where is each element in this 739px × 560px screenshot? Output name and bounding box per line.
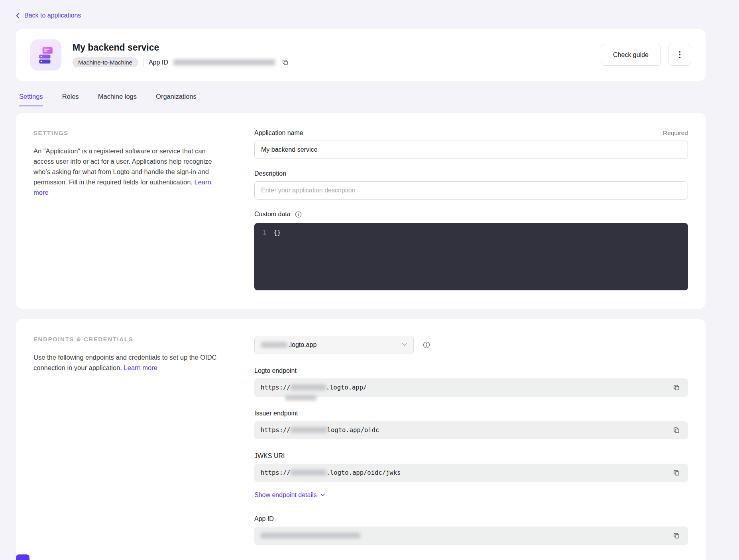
tab-settings[interactable]: Settings [19, 93, 43, 106]
logto-endpoint-group: Logto endpoint https:// .logto.app/ [254, 367, 688, 397]
settings-section-intro: SETTINGS An "Application" is a registere… [33, 129, 218, 290]
show-endpoint-details-label: Show endpoint details [254, 491, 317, 499]
logto-endpoint-label: Logto endpoint [254, 367, 688, 374]
endpoint-url-prefix: https:// [261, 384, 291, 391]
endpoint-url-prefix: https:// [261, 427, 291, 434]
header-info: My backend service Machine-to-Machine Ap… [73, 42, 290, 67]
redacted-tenant-id [291, 384, 326, 390]
editor-line-number: 1 [254, 229, 273, 284]
check-guide-button[interactable]: Check guide [601, 44, 661, 66]
copy-icon [673, 384, 680, 391]
endpoints-learn-more-link[interactable]: Learn more [124, 364, 157, 371]
endpoint-url-suffix: .logto.app/oidc/jwks [326, 469, 401, 476]
endpoints-section-heading: ENDPOINTS & CREDENTIALS [33, 336, 218, 343]
app-type-badge: Machine-to-Machine [73, 57, 138, 67]
floating-button-cutoff[interactable] [16, 554, 29, 560]
domain-select-row: .logto.app [254, 336, 688, 354]
copy-issuer-endpoint-button[interactable] [671, 425, 682, 435]
endpoints-section-description: Use the following endpoints and credenti… [33, 352, 218, 373]
settings-form: Application name Required Description Cu… [254, 129, 688, 290]
settings-section-card: SETTINGS An "Application" is a registere… [16, 113, 706, 309]
back-link-label: Back to applications [24, 12, 81, 19]
settings-description-text: An "Application" is a registered softwar… [33, 147, 212, 186]
endpoint-url-prefix: https:// [261, 469, 291, 476]
tab-roles[interactable]: Roles [62, 93, 79, 106]
description-label: Description [254, 170, 286, 177]
redaction-artifact [285, 395, 316, 400]
description-input[interactable] [254, 181, 688, 200]
endpoints-section-intro: ENDPOINTS & CREDENTIALS Use the followin… [33, 336, 218, 545]
more-actions-button[interactable] [668, 44, 691, 66]
tab-machine-logs[interactable]: Machine logs [98, 93, 137, 106]
app-meta-row: Machine-to-Machine App ID [73, 57, 290, 67]
show-endpoint-details-toggle[interactable]: Show endpoint details [254, 491, 325, 499]
settings-section-heading: SETTINGS [33, 129, 218, 136]
endpoints-form: .logto.app Logto endpoint https:// [254, 336, 688, 545]
domain-select-value: .logto.app [289, 341, 316, 349]
custom-data-code-editor[interactable]: 1 {} [254, 223, 688, 290]
app-id-label: App ID [149, 59, 168, 66]
redacted-app-id-value [173, 59, 275, 65]
tab-organizations[interactable]: Organizations [156, 93, 197, 106]
endpoints-section-card: ENDPOINTS & CREDENTIALS Use the followin… [16, 319, 706, 560]
info-circle-icon[interactable] [295, 211, 302, 218]
info-circle-icon[interactable] [423, 341, 430, 349]
chevron-left-icon [16, 13, 20, 19]
domain-select[interactable]: .logto.app [254, 336, 414, 354]
copy-app-id-field-button[interactable] [671, 531, 682, 541]
app-id-field [254, 527, 688, 545]
issuer-endpoint-field: https:// logto.app/oidc [254, 421, 688, 439]
copy-jwks-uri-button[interactable] [671, 468, 682, 478]
meta-divider [143, 59, 143, 67]
copy-icon [673, 427, 680, 434]
redacted-app-id-value [261, 533, 360, 538]
kebab-menu-icon [679, 51, 681, 59]
editor-code-content[interactable]: {} [273, 229, 281, 284]
chevron-down-icon [402, 343, 407, 347]
required-note: Required [663, 129, 688, 137]
copy-logto-endpoint-button[interactable] [671, 382, 682, 393]
chevron-down-icon [320, 493, 325, 497]
copy-icon [673, 532, 680, 539]
copy-app-id-button[interactable] [280, 57, 290, 67]
app-logo-icon [30, 39, 61, 70]
app-id-group: App ID [254, 515, 688, 545]
jwks-uri-group: JWKS URI https:// .logto.app/oidc/jwks [254, 452, 688, 482]
page-container: Back to applications [16, 0, 706, 560]
redacted-tenant-id [291, 427, 327, 433]
description-field-group: Description [254, 170, 688, 200]
application-header-card: My backend service Machine-to-Machine Ap… [16, 29, 706, 81]
application-name-field-group: Application name Required [254, 129, 688, 159]
issuer-endpoint-group: Issuer endpoint https:// logto.app/oidc [254, 410, 688, 439]
application-name-input[interactable] [254, 141, 688, 159]
issuer-endpoint-label: Issuer endpoint [254, 410, 688, 417]
endpoint-url-suffix: .logto.app/ [326, 384, 367, 391]
app-id-field-label: App ID [254, 515, 688, 523]
page-title: My backend service [73, 42, 290, 53]
tab-bar: Settings Roles Machine logs Organization… [16, 93, 706, 106]
custom-data-label: Custom data [254, 211, 291, 218]
settings-section-description: An "Application" is a registered softwar… [33, 146, 218, 198]
endpoint-url-suffix: logto.app/oidc [327, 427, 379, 434]
jwks-uri-field: https:// .logto.app/oidc/jwks [254, 464, 688, 482]
header-actions: Check guide [601, 44, 691, 66]
logto-endpoint-field: https:// .logto.app/ [254, 378, 688, 397]
back-to-applications-link[interactable]: Back to applications [16, 12, 81, 19]
redacted-tenant-id [291, 470, 326, 476]
copy-icon [673, 469, 680, 476]
application-name-label: Application name [254, 129, 303, 137]
copy-icon [282, 59, 289, 66]
redacted-tenant-id [261, 342, 287, 348]
custom-data-field-group: Custom data 1 {} [254, 211, 688, 290]
jwks-uri-label: JWKS URI [254, 452, 688, 460]
